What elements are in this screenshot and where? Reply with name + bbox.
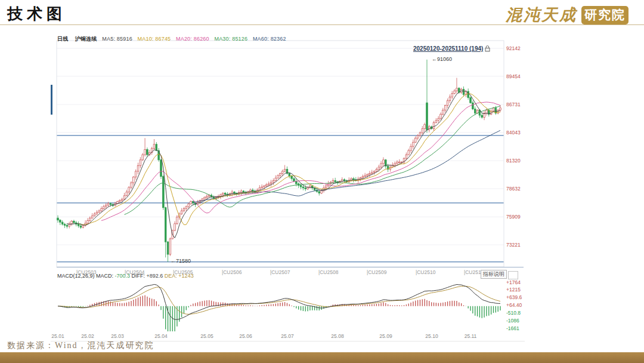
svg-text:-1661: -1661 — [506, 325, 519, 331]
svg-text:25.09: 25.09 — [379, 333, 392, 339]
svg-text:92142: 92142 — [506, 45, 521, 51]
legend-segment: DEA: — [165, 273, 179, 279]
high-annotation: ←91060 — [432, 56, 452, 62]
date-range-link[interactable]: 20250120-20251110 (194) — [413, 45, 490, 52]
legend-segment: 日线 — [57, 36, 72, 42]
legend-segment: -700.3 — [115, 273, 132, 279]
svg-text:25.02: 25.02 — [81, 333, 94, 339]
svg-text:78632: 78632 — [506, 186, 521, 192]
legend-segment: DIFF: — [132, 273, 147, 279]
report-page: 技术图 混沌天成 研究院 921428945486731840438132078… — [0, 0, 644, 363]
indicator-help-button[interactable]: 指标说明 — [481, 270, 507, 279]
svg-text:73221: 73221 — [506, 242, 521, 248]
brand-logo-text: 混沌天成 — [506, 4, 577, 26]
svg-text:|CU2509: |CU2509 — [367, 269, 387, 275]
lock-icon[interactable] — [485, 45, 490, 52]
svg-text:25.10: 25.10 — [425, 333, 438, 339]
svg-text:86731: 86731 — [506, 101, 521, 107]
svg-text:81320: 81320 — [506, 158, 521, 164]
svg-text:25.03: 25.03 — [111, 333, 124, 339]
legend-segment: MA5: 85916 — [102, 36, 134, 42]
svg-text:25.01: 25.01 — [51, 333, 64, 339]
chart-container: 9214289454867318404381320786327590973221… — [51, 32, 525, 344]
svg-text:|CU2506: |CU2506 — [222, 269, 242, 275]
kline-legend: 日线 沪铜连续 MA5: 85916 MA10: 86745 MA20: 862… — [57, 35, 290, 43]
chart-canvas[interactable]: 9214289454867318404381320786327590973221… — [51, 32, 525, 344]
svg-text:25.07: 25.07 — [281, 333, 294, 339]
legend-segment: MA20: 86260 — [176, 36, 210, 42]
svg-text:+1764: +1764 — [506, 279, 521, 285]
svg-text:|CU2507: |CU2507 — [270, 269, 290, 275]
svg-text:+639.6: +639.6 — [506, 294, 522, 300]
macd-legend: MACD(12,26,9) MACD: -700.3 DIFF: +892.6 … — [57, 273, 194, 279]
axis-labels-layer: |CU2503|CU2504|CU2505|CU2506|CU2507|CU25… — [51, 269, 484, 339]
legend-segment: MA30: 85126 — [214, 36, 249, 42]
svg-text:+1215: +1215 — [506, 287, 521, 293]
macd-layer — [58, 284, 500, 338]
axis-highlight-mark — [51, 85, 52, 115]
svg-text:|CU2508: |CU2508 — [318, 269, 339, 275]
date-range-label: 20250120-20251110 (194) — [413, 45, 483, 52]
legend-segment: +892.6 — [147, 273, 165, 279]
brand-logo: 混沌天成 研究院 — [506, 4, 628, 26]
svg-text:25.08: 25.08 — [331, 333, 344, 339]
legend-segment: MACD: — [96, 273, 115, 279]
grid-layer: 9214289454867318404381320786327590973221 — [51, 41, 525, 342]
legend-segment: MA60: 82362 — [253, 36, 286, 42]
legend-segment: +1243 — [178, 273, 193, 279]
page-title: 技术图 — [7, 4, 66, 24]
svg-text:75909: 75909 — [506, 214, 521, 220]
svg-text:84043: 84043 — [506, 130, 521, 136]
svg-text:+64.40: +64.40 — [506, 302, 522, 308]
svg-text:25.04: 25.04 — [154, 333, 168, 339]
brand-logo-badge: 研究院 — [581, 6, 628, 24]
svg-text:|CU2510: |CU2510 — [416, 269, 436, 275]
svg-text:89454: 89454 — [506, 73, 521, 79]
legend-segment: 沪铜连续 — [75, 36, 99, 42]
svg-text:25.11: 25.11 — [465, 333, 477, 339]
svg-text:-510.8: -510.8 — [506, 310, 521, 316]
svg-text:25.06: 25.06 — [239, 333, 252, 339]
legend-segment: MACD(12,26,9) — [57, 273, 96, 279]
footer-bar — [0, 352, 644, 363]
data-source: 数据来源：Wind，混沌天成研究院 — [7, 340, 154, 351]
axis-corner-box — [508, 271, 518, 279]
legend-segment: MA10: 86745 — [138, 36, 172, 42]
svg-text:25.05: 25.05 — [200, 333, 213, 339]
low-annotation: ←71580 — [171, 258, 191, 264]
svg-text:-1086: -1086 — [506, 318, 519, 324]
